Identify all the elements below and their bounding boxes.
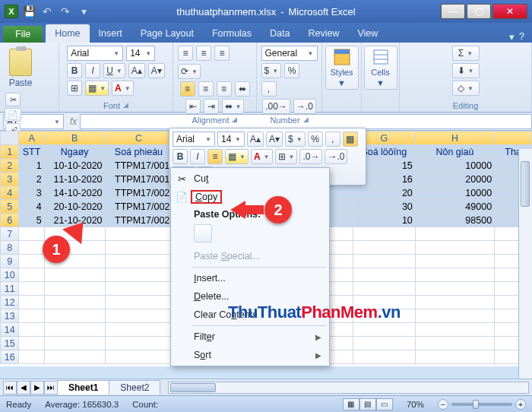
- paste-button[interactable]: Paste: [5, 46, 36, 90]
- decrease-font-button[interactable]: A▾: [148, 63, 165, 78]
- align-bottom-button[interactable]: ≡: [214, 46, 230, 61]
- wrap-text-button[interactable]: ⬌: [235, 81, 250, 97]
- copy-button[interactable]: 📄: [5, 108, 21, 122]
- font-dialog-launcher[interactable]: ◢: [123, 101, 128, 110]
- ctx-insert[interactable]: Insert...: [171, 269, 329, 287]
- tab-insert[interactable]: Insert: [90, 24, 131, 43]
- mini-align-center[interactable]: ≡: [207, 149, 223, 164]
- excel-app-icon[interactable]: X: [5, 5, 18, 18]
- mini-fill-color[interactable]: ▦▼: [225, 149, 249, 164]
- tab-view[interactable]: View: [348, 24, 387, 43]
- italic-button[interactable]: I: [85, 63, 100, 78]
- fill-color-button[interactable]: ▦▼: [85, 81, 109, 96]
- clear-button[interactable]: ◇▼: [452, 81, 480, 96]
- borders-button[interactable]: ⊞: [67, 81, 82, 96]
- fill-button[interactable]: ⬇▼: [452, 63, 480, 78]
- align-right-button[interactable]: ≡: [217, 81, 232, 97]
- increase-indent-button[interactable]: ⇥: [204, 99, 219, 114]
- fx-icon[interactable]: fx: [70, 116, 77, 127]
- align-center-button[interactable]: ≡: [198, 81, 214, 97]
- col-header-A[interactable]: A: [19, 132, 44, 145]
- cut-button[interactable]: ✂: [5, 93, 21, 106]
- mini-format-cells[interactable]: ▦: [343, 132, 358, 147]
- mini-size-combo[interactable]: 14▼: [217, 132, 245, 147]
- decrease-decimal-button[interactable]: →.0: [293, 99, 316, 114]
- horizontal-scrollbar[interactable]: [168, 382, 529, 394]
- paste-option-1[interactable]: [194, 224, 212, 242]
- help-icon[interactable]: ?: [519, 31, 524, 43]
- select-all-corner[interactable]: [1, 132, 19, 145]
- mini-dec-decimal[interactable]: →.0: [325, 149, 347, 164]
- qat-customize-icon[interactable]: ▾: [76, 4, 91, 19]
- increase-font-button[interactable]: A▴: [128, 63, 145, 78]
- font-color-button[interactable]: A▼: [112, 81, 134, 96]
- tab-formulas[interactable]: Formulas: [203, 24, 261, 43]
- mini-inc-decimal[interactable]: .0→: [299, 149, 322, 164]
- zoom-slider[interactable]: − +: [438, 399, 526, 410]
- alignment-dialog-launcher[interactable]: ◢: [232, 116, 237, 125]
- sheet-tab-1[interactable]: Sheet1: [57, 380, 109, 395]
- sheet-nav-first[interactable]: ⏮: [3, 381, 17, 395]
- comma-format-button[interactable]: ,: [261, 81, 277, 97]
- mini-font-color[interactable]: A▼: [251, 149, 273, 164]
- zoom-in-button[interactable]: +: [515, 399, 526, 410]
- number-dialog-launcher[interactable]: ◢: [303, 116, 309, 125]
- percent-format-button[interactable]: %: [284, 63, 299, 78]
- merge-center-button[interactable]: ⬌▼: [222, 99, 245, 114]
- font-name-combo[interactable]: Arial▼: [67, 46, 123, 61]
- maximize-button[interactable]: ▢: [467, 4, 491, 19]
- decrease-indent-button[interactable]: ⇤: [185, 99, 201, 114]
- view-page-layout-button[interactable]: ▤: [359, 398, 376, 410]
- orientation-button[interactable]: ⟳▼: [178, 64, 201, 79]
- mini-borders[interactable]: ⊞▼: [275, 149, 298, 164]
- tab-home[interactable]: Home: [46, 24, 89, 43]
- ctx-filter[interactable]: Filter▶: [171, 328, 329, 346]
- mini-comma[interactable]: ,: [325, 132, 340, 147]
- col-header-I[interactable]: [495, 132, 532, 145]
- align-middle-button[interactable]: ≡: [196, 46, 211, 61]
- ctx-cut[interactable]: ✂Cut: [171, 170, 329, 188]
- cells-format-button[interactable]: Cells▼: [364, 46, 397, 90]
- align-top-button[interactable]: ≡: [178, 46, 193, 61]
- ctx-copy[interactable]: 📄Copy: [171, 188, 329, 206]
- autosum-button[interactable]: Σ▼: [452, 46, 480, 61]
- view-normal-button[interactable]: ▦: [343, 398, 359, 410]
- col-header-C[interactable]: C: [105, 132, 173, 145]
- increase-decimal-button[interactable]: .00→: [262, 99, 290, 114]
- number-format-combo[interactable]: General▼: [261, 46, 318, 61]
- sheet-nav-last[interactable]: ⏭: [44, 381, 58, 395]
- minimize-button[interactable]: —: [441, 4, 465, 19]
- mini-shrink-font[interactable]: A▾: [266, 132, 283, 147]
- ctx-sort[interactable]: Sort▶: [171, 346, 329, 364]
- qat-save-icon[interactable]: 💾: [21, 4, 36, 19]
- zoom-out-button[interactable]: −: [438, 399, 448, 410]
- close-window-button[interactable]: ✕: [492, 4, 527, 19]
- col-header-H[interactable]: H: [415, 132, 494, 145]
- font-size-combo[interactable]: 14▼: [126, 46, 155, 61]
- mini-percent[interactable]: %: [308, 132, 323, 147]
- qat-undo-icon[interactable]: ↶: [40, 4, 55, 19]
- sheet-nav-next[interactable]: ▶: [30, 381, 44, 395]
- tab-data[interactable]: Data: [261, 24, 299, 43]
- mini-bold[interactable]: B: [173, 149, 188, 164]
- accounting-format-button[interactable]: $▼: [261, 63, 282, 78]
- tab-page-layout[interactable]: Page Layout: [131, 24, 203, 43]
- underline-button[interactable]: U▼: [103, 63, 125, 78]
- mini-currency[interactable]: $▼: [285, 132, 306, 147]
- mini-grow-font[interactable]: A▴: [247, 132, 264, 147]
- zoom-percent[interactable]: 70%: [407, 400, 424, 409]
- mini-italic[interactable]: I: [190, 149, 205, 164]
- sheet-nav-prev[interactable]: ◀: [17, 381, 30, 395]
- minimize-ribbon-icon[interactable]: ▾: [509, 31, 515, 43]
- col-header-B[interactable]: B: [44, 132, 105, 145]
- bold-button[interactable]: B: [67, 63, 82, 78]
- view-page-break-button[interactable]: ▭: [376, 398, 393, 410]
- file-tab[interactable]: File: [3, 26, 43, 43]
- align-left-button[interactable]: ≡: [180, 81, 195, 97]
- qat-redo-icon[interactable]: ↷: [58, 4, 73, 19]
- cell-styles-button[interactable]: Styles▼: [325, 46, 359, 90]
- mini-font-combo[interactable]: Arial▼: [173, 132, 215, 147]
- tab-review[interactable]: Review: [299, 24, 348, 43]
- vertical-scrollbar[interactable]: [518, 149, 532, 379]
- sheet-tab-2[interactable]: Sheet2: [109, 380, 160, 395]
